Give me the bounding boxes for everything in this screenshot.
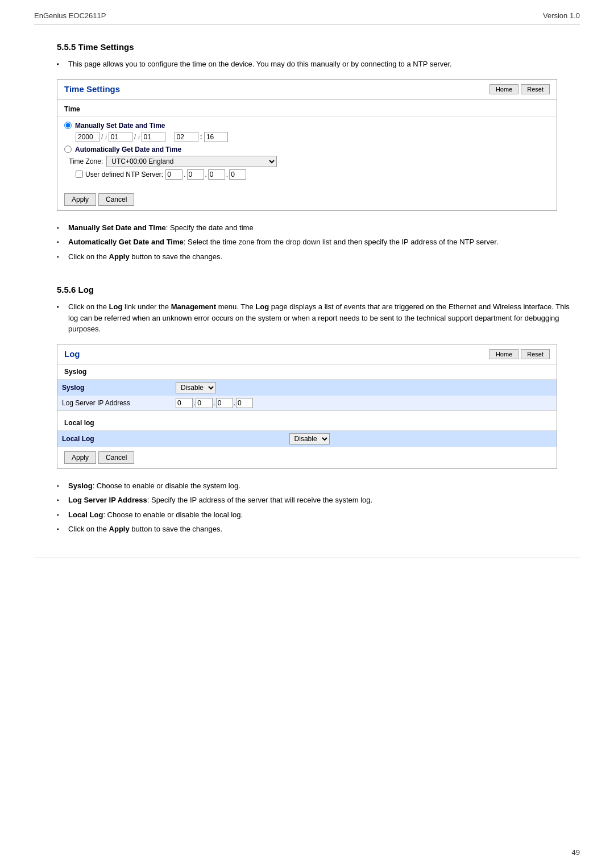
log-panel: Log Home Reset Syslog Syslog Disable Ena… [57,344,557,469]
section-556-bullets: Syslog: Choose to enable or disable the … [57,480,580,535]
time-panel-body: Manually Set Date and Time / i / i : [57,117,557,186]
sep-slash-1: / [101,133,103,141]
log-server-ip-label: Log Server IP Address [57,396,171,411]
time-cancel-button[interactable]: Cancel [98,193,134,206]
bullet-555-1: Manually Set Date and Time: Specify the … [57,222,580,234]
log-ip-oct4[interactable] [236,398,253,408]
time-action-buttons: Apply Cancel [57,189,557,210]
sep-i-1: i [105,134,107,140]
local-log-select[interactable]: Disable Enable [289,433,330,445]
time-home-button[interactable]: Home [489,84,518,94]
log-panel-header: Log Home Reset [57,344,557,364]
log-ip-oct2[interactable] [196,398,213,408]
log-ip-oct1[interactable] [176,398,193,408]
syslog-section-header: Syslog [57,364,557,380]
log-server-ip-row: Log Server IP Address . . . [57,396,557,411]
bullet-556-4: Click on the Apply button to save the ch… [57,524,580,535]
ntp-ip-oct1[interactable] [165,169,182,180]
time-settings-panel: Time Settings Home Reset Time Manually S… [57,79,557,211]
ntp-label: User defined NTP Server: [85,171,163,178]
manually-radio-row: Manually Set Date and Time [64,122,550,130]
local-log-section-header: Local log [57,416,557,431]
month-input[interactable] [109,132,132,142]
bullet-556-3: Local Log: Choose to enable or disable t… [57,509,580,521]
bullet-556-2: Log Server IP Address: Specify the IP ad… [57,495,580,506]
auto-label: Automatically Get Date and Time [75,146,181,153]
log-ip-oct3[interactable] [216,398,233,408]
log-panel-title: Log [64,349,80,359]
hour-input[interactable] [175,132,198,142]
log-reset-button[interactable]: Reset [521,349,550,359]
log-action-buttons: Apply Cancel [57,447,557,468]
section-556-desc-bullet: ▪ Click on the Log link under the Manage… [57,301,580,335]
page-header: EnGenius EOC2611P Version 1.0 [34,11,580,25]
section-556-heading: 5.5.6 Log [57,285,580,294]
syslog-table: Syslog Disable Enable Log Server IP Addr… [57,380,557,411]
time-apply-button[interactable]: Apply [64,193,96,206]
timezone-row: Time Zone: UTC+00:00 England [69,156,550,167]
syslog-label-cell: Syslog [57,380,171,396]
syslog-control-cell: Disable Enable [171,380,557,396]
section-556-description: ▪ Click on the Log link under the Manage… [57,301,580,335]
timezone-label: Time Zone: [69,157,103,165]
log-server-ip-cell: . . . [171,396,557,411]
section-555-desc-bullet: ▪ This page allows you to configure the … [57,59,580,70]
log-ip-inputs: . . . [176,398,552,408]
manually-label: Manually Set Date and Time [75,122,165,130]
time-section-label: Time [57,102,557,117]
bullet-555-2: Automatically Get Date and Time: Select … [57,236,580,248]
local-log-control-cell: Disable Enable [285,431,557,447]
page-container: EnGenius EOC2611P Version 1.0 5.5.5 Time… [0,0,614,868]
sep-colon: : [200,132,203,141]
footer-divider [34,558,580,558]
minute-input[interactable] [204,132,228,142]
timezone-select[interactable]: UTC+00:00 England [106,156,277,167]
header-right: Version 1.0 [543,11,580,20]
time-reset-button[interactable]: Reset [521,84,550,94]
log-dot-3: . [234,399,235,407]
ntp-dot-2: . [205,171,208,178]
ntp-dot-1: . [183,171,186,178]
bullet-556-1: Syslog: Choose to enable or disable the … [57,480,580,492]
page-footer: 49 [572,848,580,857]
time-panel-buttons: Home Reset [489,84,550,94]
syslog-row: Syslog Disable Enable [57,380,557,396]
day-input[interactable] [142,132,165,142]
syslog-select[interactable]: Disable Enable [176,382,216,393]
section-555: 5.5.5 Time Settings ▪ This page allows y… [34,42,580,262]
auto-radio-row: Automatically Get Date and Time [64,146,550,153]
local-log-row: Local Log Disable Enable [57,431,557,447]
log-cancel-button[interactable]: Cancel [98,451,134,464]
ntp-checkbox[interactable] [76,171,83,178]
ntp-row: User defined NTP Server: . . . [76,169,550,180]
log-home-button[interactable]: Home [489,349,518,359]
header-left: EnGenius EOC2611P [34,11,106,20]
section-555-bullets: Manually Set Date and Time: Specify the … [57,222,580,263]
log-dot-1: . [193,399,195,407]
ntp-ip-oct4[interactable] [229,169,246,180]
time-panel-title: Time Settings [64,84,120,94]
manually-radio[interactable] [64,122,72,129]
log-panel-buttons: Home Reset [489,349,550,359]
page-number: 49 [572,848,580,857]
section-555-heading: 5.5.5 Time Settings [57,42,580,52]
log-apply-button[interactable]: Apply [64,451,96,464]
section-556: 5.5.6 Log ▪ Click on the Log link under … [34,285,580,535]
bullet-555-3: Click on the Apply button to save the ch… [57,251,580,263]
log-dot-2: . [213,399,215,407]
ntp-inputs: . . . [165,169,246,180]
time-panel-header: Time Settings Home Reset [57,80,557,99]
sep-slash-2: / [134,133,136,141]
local-log-table: Local Log Disable Enable [57,431,557,447]
section-555-description: ▪ This page allows you to configure the … [57,59,580,70]
sep-i-2: i [138,134,140,140]
ntp-ip-oct2[interactable] [187,169,204,180]
local-log-label-cell: Local Log [57,431,285,447]
auto-radio[interactable] [64,146,72,153]
ntp-ip-oct3[interactable] [208,169,225,180]
ntp-dot-3: . [226,171,229,178]
datetime-inputs: / i / i : [76,132,550,142]
year-input[interactable] [76,132,99,142]
